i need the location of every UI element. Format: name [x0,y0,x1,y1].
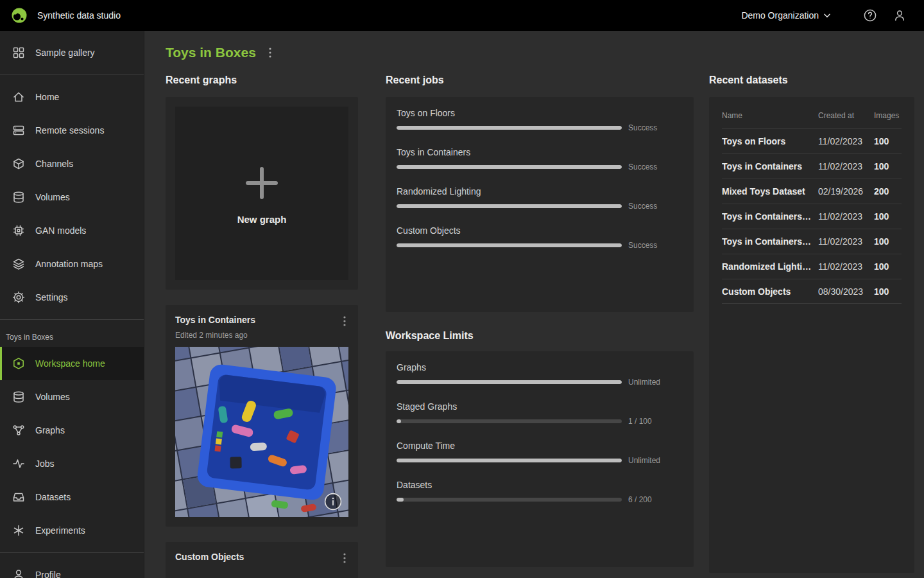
info-icon [324,493,342,511]
limit-progress-bar [397,459,622,462]
column-header-images: Images [874,111,902,120]
job-name: Randomized Lighting [397,186,683,197]
grid-icon [12,46,26,60]
sidebar-item-profile[interactable]: Profile [0,558,144,578]
graph-card-toys-in-containers[interactable]: Toys in Containers Edited 2 minutes ago [166,305,358,527]
server-icon [12,123,26,137]
graph-card-custom-objects[interactable]: Custom Objects [166,542,358,578]
help-button[interactable] [861,6,879,24]
dataset-name: Mixed Toys Dataset [722,186,818,197]
dataset-images: 100 [874,236,902,247]
limit-item: Datasets 6 / 200 [397,480,683,504]
sidebar-item-volumes[interactable]: Volumes [0,180,144,214]
job-item[interactable]: Randomized Lighting Success [397,186,683,211]
dataset-images: 100 [874,211,902,222]
job-item[interactable]: Custom Objects Success [397,225,683,250]
sidebar-item-workspace-home[interactable]: Workspace home [0,347,144,380]
page-title-menu-button[interactable] [266,46,274,59]
job-progress-bar [397,204,622,208]
limit-name: Compute Time [397,441,683,451]
recent-jobs-title: Recent jobs [386,74,694,86]
graph-card-menu-button[interactable] [341,315,348,328]
sidebar-item-experiments[interactable]: Experiments [0,514,144,547]
limit-value: Unlimited [628,456,660,465]
table-row[interactable]: Randomized Lighting 11/02/2023 100 [722,254,902,279]
topbar: Synthetic data studio Demo Organization [0,0,924,31]
database-icon [12,390,26,404]
limit-value: Unlimited [628,378,660,387]
recent-graphs-section: Recent graphs New graph Toys in Containe… [166,74,358,578]
sidebar-item-label: Annotation maps [35,259,103,269]
sidebar-item-label: GAN models [35,225,86,236]
sidebar-item-annotation-maps[interactable]: Annotation maps [0,247,144,281]
org-switcher[interactable]: Demo Organization [741,10,830,21]
new-graph-button[interactable]: New graph [175,107,348,280]
datasets-table-header: Name Created at Images [722,106,902,128]
job-status: Success [628,241,657,250]
sidebar-item-label: Graphs [35,425,65,435]
job-status: Success [628,162,657,171]
graph-preview [175,347,348,517]
sidebar-item-channels[interactable]: Channels [0,147,144,180]
chevron-down-icon [824,13,830,18]
workspace-limits-title: Workspace Limits [386,330,694,342]
sidebar-item-home[interactable]: Home [0,80,144,114]
dots-vertical-icon [269,48,271,58]
graph-card-menu-button[interactable] [341,552,348,565]
sidebar-item-label: Experiments [35,525,85,536]
sidebar-item-sample-gallery[interactable]: Sample gallery [0,36,144,69]
sidebar-item-label: Sample gallery [35,48,95,58]
chip-icon [12,223,26,238]
dataset-created-at: 02/19/2026 [818,186,874,197]
sidebar-item-graphs[interactable]: Graphs [0,414,144,447]
sidebar-item-datasets[interactable]: Datasets [0,480,144,514]
table-row[interactable]: Toys in Containers - ... 11/02/2023 100 [722,229,902,254]
job-name: Custom Objects [397,225,683,236]
recent-datasets-panel: Name Created at Images Toys on Floors 11… [709,97,914,573]
divider [0,552,144,553]
recent-datasets-section: Recent datasets Name Created at Images T… [709,74,914,573]
database-icon [12,190,26,204]
table-row[interactable]: Toys on Floors 11/02/2023 100 [722,128,902,153]
layers-icon [12,257,26,271]
job-item[interactable]: Toys in Containers Success [397,147,683,171]
workspace-section-label: Toys in Boxes [0,325,144,347]
sidebar-item-settings[interactable]: Settings [0,281,144,314]
account-button[interactable] [891,6,909,24]
limit-item: Compute Time Unlimited [397,441,683,465]
main-content: Toys in Boxes Recent graphs New graph [144,31,924,578]
recent-datasets-title: Recent datasets [709,74,914,86]
table-row[interactable]: Toys in Containers - ... 11/02/2023 100 [722,204,902,229]
sidebar-item-label: Settings [35,292,68,302]
asterisk-icon [12,523,26,538]
job-status: Success [628,202,657,211]
limit-name: Staged Graphs [397,401,683,412]
recent-jobs-panel: Toys on Floors Success Toys in Container… [386,97,694,312]
graph-card-title: Toys in Containers [175,315,255,325]
graph-info-button[interactable] [324,493,342,511]
sidebar-item-gan-models[interactable]: GAN models [0,214,144,247]
recent-graphs-title: Recent graphs [166,74,358,86]
table-row[interactable]: Toys in Containers 11/02/2023 100 [722,153,902,179]
graph-preview-image [175,347,348,517]
dots-vertical-icon [343,553,346,563]
sidebar-item-label: Volumes [35,192,70,202]
job-item[interactable]: Toys on Floors Success [397,108,683,132]
app-logo[interactable] [10,6,28,24]
table-row[interactable]: Custom Objects 08/30/2023 100 [722,279,902,304]
table-row[interactable]: Mixed Toys Dataset 02/19/2026 200 [722,179,902,204]
sidebar-item-label: Jobs [35,459,55,469]
dataset-name: Randomized Lighting [722,261,818,272]
sidebar-item-label: Remote sessions [35,125,104,136]
dots-vertical-icon [343,316,346,326]
sidebar-item-jobs[interactable]: Jobs [0,447,144,480]
sidebar-item-workspace-volumes[interactable]: Volumes [0,380,144,414]
gear-icon [12,290,26,304]
sidebar-item-remote-sessions[interactable]: Remote sessions [0,114,144,147]
dataset-created-at: 11/02/2023 [818,136,874,146]
dataset-created-at: 11/02/2023 [818,211,874,222]
home-icon [12,90,26,104]
job-progress-bar [397,126,622,130]
limit-value: 6 / 200 [628,495,652,504]
column-header-name: Name [722,111,818,120]
